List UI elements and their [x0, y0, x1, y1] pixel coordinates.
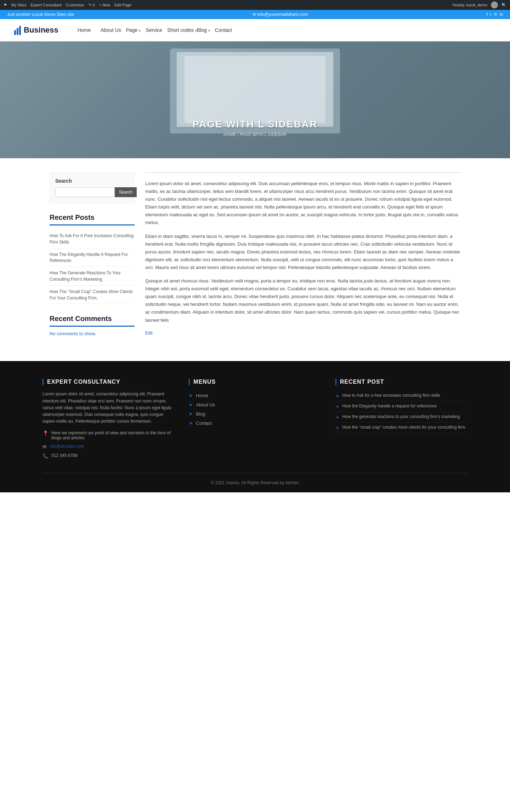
- arrow-icon: ➤: [189, 402, 193, 407]
- location-icon: 📍: [42, 430, 49, 436]
- footer-col-2: Menus ➤ Home ➤ About Us ➤ Blog ➤ Contact: [189, 379, 321, 462]
- footer-col-3-title: RECENT POST: [335, 379, 468, 385]
- recent-post-link-3[interactable]: How The Generate Reactions To Your Consu…: [50, 270, 121, 282]
- logo-text: Business: [24, 25, 58, 35]
- recent-posts-widget: Recent Posts How To Ask For A Free Incre…: [50, 213, 135, 304]
- comments-count: ✎ 0: [89, 3, 95, 7]
- site-footer: EXPERT CONSULTANCY Lorem ipsum dolor sit…: [0, 361, 510, 492]
- footer-col-2-title: Menus: [189, 379, 321, 385]
- footer-bottom: © 2021 Interrio, All Rights Reserved by …: [42, 473, 468, 485]
- footer-menu-contact[interactable]: Contact: [196, 421, 212, 426]
- list-item: How The Elegantly Handle A Request For R…: [50, 248, 135, 267]
- article-paragraph-3: Quisque sit amet rhoncus risus. Vestibul…: [145, 277, 460, 324]
- footer-menu-blog[interactable]: Blog: [196, 411, 205, 417]
- admin-bar: ⚑ My Sites Expert Consultant Customize ✎…: [0, 0, 510, 10]
- footer-address: 📍 Here we represent our point of view an…: [42, 430, 175, 440]
- avatar: [491, 1, 498, 8]
- search-label: Search: [55, 178, 129, 184]
- list-item: ✦ How the "small crap" creates more clie…: [335, 423, 468, 433]
- no-comments-text: No comments to show.: [50, 331, 135, 336]
- logo-icon: [14, 25, 21, 35]
- search-button[interactable]: Search: [115, 187, 137, 197]
- list-item: ➤ Home: [189, 391, 321, 400]
- pinterest-icon[interactable]: ℗: [493, 12, 498, 17]
- expert-consultant-link[interactable]: Expert Consultant: [30, 3, 61, 7]
- site-tagline: Just another Luzuk Demo Sites site: [7, 12, 74, 17]
- search-icon[interactable]: 🔍: [502, 3, 506, 7]
- recent-posts-list: How To Ask For A Free Increases Consulti…: [50, 230, 135, 304]
- search-input[interactable]: [55, 187, 115, 197]
- copyright-text: © 2021 Interrio, All Rights Reserved by …: [211, 480, 299, 485]
- nav-service[interactable]: Service: [141, 24, 167, 36]
- recent-post-link-4[interactable]: How The "Small Crap" Creates More Client…: [50, 289, 133, 301]
- chevron-down-icon: ▾: [139, 29, 141, 33]
- post-icon: ✦: [335, 414, 340, 420]
- logo-bar-1: [14, 30, 16, 35]
- list-item: How The "Small Crap" Creates More Client…: [50, 286, 135, 304]
- breadcrumb-home[interactable]: HOME: [223, 132, 236, 137]
- list-item: ✦ How the generate reactions to your con…: [335, 412, 468, 423]
- edit-page-link[interactable]: Edit Page: [114, 3, 131, 7]
- edit-link[interactable]: Edit: [145, 331, 153, 336]
- list-item: How To Ask For A Free Increases Consulti…: [50, 230, 135, 248]
- breadcrumb: HOME / PAGE WITH L SIDEBAR: [193, 132, 318, 137]
- footer-menu-home[interactable]: Home: [196, 393, 208, 398]
- footer-menu-about[interactable]: About Us: [196, 402, 215, 407]
- my-sites-link[interactable]: My Sites: [11, 3, 26, 7]
- footer-widgets: EXPERT CONSULTANCY Lorem ipsum dolor sit…: [42, 379, 468, 462]
- nav-blog[interactable]: Blog ▾: [197, 27, 210, 33]
- nav-shortcodes-label: Short codes: [167, 27, 194, 33]
- hero-content: PAGE WITH L SIDEBAR HOME / PAGE WITH L S…: [193, 119, 318, 137]
- email-icon: ✉: [42, 444, 47, 450]
- social-icons: f t ℗ in: [487, 12, 503, 17]
- footer-phone: 📞 012 345 6789: [42, 453, 175, 459]
- laptop-content: [185, 56, 325, 123]
- email-info: ✉ info@youremailidhere.com: [253, 12, 308, 17]
- arrow-icon: ➤: [189, 393, 193, 398]
- footer-recent-list: ✦ How to Ask for a free increases consul…: [335, 391, 468, 433]
- site-header: Business Home About Us Page ▾ Service Sh…: [0, 19, 510, 41]
- footer-col-3: RECENT POST ✦ How to Ask for a free incr…: [335, 379, 468, 462]
- chevron-down-icon-3: ▾: [208, 29, 210, 33]
- nav-blog-label: Blog: [197, 27, 207, 33]
- new-link[interactable]: + New: [99, 3, 110, 7]
- post-icon: ✦: [335, 425, 340, 431]
- post-icon: ✦: [335, 393, 340, 399]
- email-icon: ✉: [253, 12, 256, 17]
- linkedin-icon[interactable]: in: [500, 12, 503, 17]
- phone-icon: 📞: [42, 453, 49, 459]
- footer-recent-post-2: How the Elegantly handle a request for r…: [342, 404, 437, 408]
- footer-email-link[interactable]: info@domain.com: [50, 444, 84, 449]
- nav-home[interactable]: Home: [73, 24, 96, 36]
- customize-link[interactable]: Customize: [66, 3, 84, 7]
- footer-col-1-title: EXPERT CONSULTANCY: [42, 379, 175, 385]
- facebook-icon[interactable]: f: [487, 12, 488, 17]
- nav-contact[interactable]: Contact: [210, 24, 237, 36]
- nav-shortcodes[interactable]: Short codes ▾: [167, 27, 197, 33]
- howdy-text: Howdy, luzuk_demo: [453, 3, 487, 7]
- footer-col-1: EXPERT CONSULTANCY Lorem ipsum dolor sit…: [42, 379, 175, 462]
- footer-col-1-text: Lorem ipsum dolor sit amet, consectetur …: [42, 391, 175, 425]
- info-bar: Just another Luzuk Demo Sites site ✉ inf…: [0, 10, 510, 19]
- article-paragraph-1: Lorem ipsum dolor sit amet, consectetur …: [145, 180, 460, 227]
- breadcrumb-current: PAGE WITH L SIDEBAR: [240, 132, 287, 137]
- post-icon: ✦: [335, 404, 340, 410]
- footer-recent-post-3: How the generate reactions to your consu…: [342, 414, 460, 419]
- article: Lorem ipsum dolor sit amet, consectetur …: [145, 172, 460, 347]
- search-form: Search: [55, 187, 129, 197]
- site-logo[interactable]: Business: [14, 25, 58, 35]
- list-item: ✦ How to Ask for a free increases consul…: [335, 391, 468, 401]
- twitter-icon[interactable]: t: [490, 12, 491, 17]
- sidebar: Search Search Recent Posts How To Ask Fo…: [50, 172, 135, 347]
- article-paragraph-2: Etiam in diam sagittis, viverra lacus in…: [145, 233, 460, 271]
- recent-comments-title: Recent Comments: [50, 315, 135, 327]
- recent-post-link-1[interactable]: How To Ask For A Free Increases Consulti…: [50, 233, 134, 245]
- article-divider: [145, 172, 460, 173]
- wp-logo[interactable]: ⚑: [4, 3, 7, 7]
- list-item: ➤ Contact: [189, 418, 321, 428]
- nav-about[interactable]: About Us: [96, 24, 126, 36]
- nav-page[interactable]: Page ▾: [126, 27, 141, 33]
- list-item: How The Generate Reactions To Your Consu…: [50, 267, 135, 286]
- recent-post-link-2[interactable]: How The Elegantly Handle A Request For R…: [50, 252, 128, 263]
- arrow-icon: ➤: [189, 411, 193, 417]
